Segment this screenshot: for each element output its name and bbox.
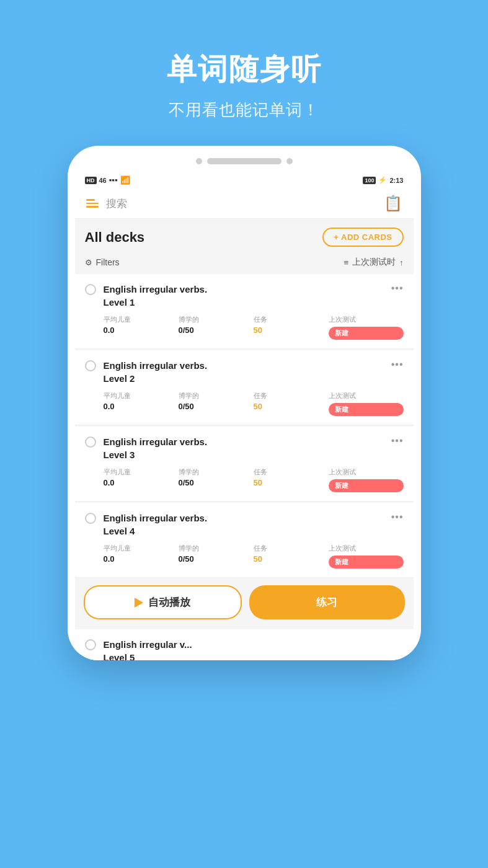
stat-learned-4: 博学的 0/50 <box>179 544 254 564</box>
phone-screen: HD 46 ▪▪▪ 📶 100 ⚡ 2:13 搜索 <box>75 172 414 660</box>
deck-stats-4: 平均儿童 0.0 博学的 0/50 任务 50 上次测试 新建 <box>85 544 404 569</box>
avg-label-4: 平均儿童 <box>104 544 179 553</box>
lasttest-badge-4: 新建 <box>329 556 404 569</box>
deck-card-5-partial: English irregular v...Level 5 <box>75 629 414 660</box>
stat-lasttest-4: 上次测试 新建 <box>329 544 404 569</box>
deck-card-2[interactable]: English irregular verbs.Level 2 ••• 平均儿童… <box>75 350 414 425</box>
avg-label-2: 平均儿童 <box>104 391 179 401</box>
hero-subtitle: 不用看也能记单词！ <box>169 99 319 121</box>
sort-label: 上次测试时 <box>352 257 396 268</box>
deck-stats-3: 平均儿童 0.0 博学的 0/50 任务 50 上次测试 新建 <box>85 467 404 492</box>
task-value-1: 50 <box>254 326 329 335</box>
task-label-2: 任务 <box>254 391 329 401</box>
deck-stats-2: 平均儿童 0.0 博学的 0/50 任务 50 上次测试 新建 <box>85 391 404 416</box>
sort-section[interactable]: ≡ 上次测试时 ↑ <box>344 257 403 268</box>
phone-pill <box>207 158 282 164</box>
search-label: 搜索 <box>106 197 127 211</box>
nav-left: 搜索 <box>86 197 127 211</box>
practice-button[interactable]: 练习 <box>249 585 405 619</box>
task-value-3: 50 <box>254 478 329 487</box>
stat-lasttest-2: 上次测试 新建 <box>329 391 404 416</box>
stat-lasttest-1: 上次测试 新建 <box>329 315 404 340</box>
clipboard-icon[interactable]: 📋 <box>384 195 402 212</box>
deck-more-button-4[interactable]: ••• <box>391 512 404 523</box>
deck-name-4: English irregular verbs.Level 4 <box>104 512 208 538</box>
decks-title: All decks <box>85 229 145 246</box>
hamburger-line-1 <box>86 199 95 201</box>
phone-top-bar <box>75 158 414 172</box>
task-value-2: 50 <box>254 402 329 411</box>
lasttest-badge-2: 新建 <box>329 403 404 416</box>
decks-header: All decks + ADD CARDS <box>75 219 414 253</box>
deck-card-4[interactable]: English irregular verbs.Level 4 ••• 平均儿童… <box>75 503 414 578</box>
stat-task-2: 任务 50 <box>254 391 329 411</box>
stat-lasttest-3: 上次测试 新建 <box>329 467 404 492</box>
status-right: 100 ⚡ 2:13 <box>363 176 403 184</box>
status-bar: HD 46 ▪▪▪ 📶 100 ⚡ 2:13 <box>75 172 414 188</box>
deck-card-3[interactable]: English irregular verbs.Level 3 ••• 平均儿童… <box>75 427 414 502</box>
lasttest-label-1: 上次测试 <box>329 315 404 324</box>
lasttest-label-4: 上次测试 <box>329 544 404 553</box>
deck-checkbox-2[interactable] <box>85 360 96 371</box>
phone-mockup: HD 46 ▪▪▪ 📶 100 ⚡ 2:13 搜索 <box>68 146 421 660</box>
learned-label-4: 博学的 <box>179 544 254 553</box>
learned-label-1: 博学的 <box>179 315 254 324</box>
lasttest-badge-3: 新建 <box>329 479 404 492</box>
nav-bar: 搜索 📋 <box>75 188 414 219</box>
avg-value-3: 0.0 <box>104 478 179 487</box>
deck-more-button-1[interactable]: ••• <box>391 283 404 294</box>
stat-task-3: 任务 50 <box>254 467 329 487</box>
signal-indicator: 46 <box>99 177 107 184</box>
lasttest-label-2: 上次测试 <box>329 391 404 401</box>
avg-label-1: 平均儿童 <box>104 315 179 324</box>
phone-dot-right <box>286 158 293 164</box>
deck-checkbox-5[interactable] <box>85 639 96 650</box>
battery-icon: 100 <box>363 177 376 184</box>
hamburger-icon[interactable] <box>86 199 99 208</box>
learned-value-3: 0/50 <box>179 478 254 487</box>
phone-dot-left <box>196 158 202 164</box>
deck-checkbox-1[interactable] <box>85 284 96 295</box>
deck-name-3: English irregular verbs.Level 3 <box>104 435 208 461</box>
sort-arrow-icon: ↑ <box>399 258 404 267</box>
deck-more-button-2[interactable]: ••• <box>391 359 404 370</box>
stat-task-4: 任务 50 <box>254 544 329 564</box>
deck-more-button-3[interactable]: ••• <box>391 435 404 446</box>
deck-checkbox-3[interactable] <box>85 436 96 448</box>
hero-section: 单词随身听 不用看也能记单词！ <box>167 0 322 146</box>
deck-name-5: English irregular v...Level 5 <box>104 638 192 660</box>
signal-bars-icon: ▪▪▪ <box>109 175 118 185</box>
hamburger-line-3 <box>86 206 99 208</box>
play-icon <box>135 598 143 608</box>
autoplay-button[interactable]: 自动播放 <box>84 585 242 619</box>
learned-value-4: 0/50 <box>179 554 254 564</box>
hd-indicator: HD <box>85 177 97 184</box>
hamburger-line-2 <box>86 203 99 205</box>
filters-section[interactable]: ⚙ Filters <box>85 257 120 267</box>
task-label-3: 任务 <box>254 467 329 477</box>
deck-name-1: English irregular verbs.Level 1 <box>104 283 208 309</box>
filter-icon: ⚙ <box>85 258 92 267</box>
learned-value-1: 0/50 <box>179 326 254 335</box>
stat-avg-2: 平均儿童 0.0 <box>104 391 179 411</box>
deck-stats-1: 平均儿童 0.0 博学的 0/50 任务 50 上次测试 新建 <box>85 315 404 340</box>
deck-card-1[interactable]: English irregular verbs.Level 1 ••• 平均儿童… <box>75 274 414 349</box>
add-cards-button[interactable]: + ADD CARDS <box>322 228 403 247</box>
deck-checkbox-4[interactable] <box>85 513 96 524</box>
wifi-icon: 📶 <box>120 175 130 185</box>
time-display: 2:13 <box>389 177 403 184</box>
lasttest-badge-1: 新建 <box>329 327 404 340</box>
sort-icon: ≡ <box>344 258 348 267</box>
status-left: HD 46 ▪▪▪ 📶 <box>85 175 130 185</box>
learned-label-2: 博学的 <box>179 391 254 401</box>
stat-learned-1: 博学的 0/50 <box>179 315 254 335</box>
learned-value-2: 0/50 <box>179 402 254 411</box>
task-label-1: 任务 <box>254 315 329 324</box>
learned-label-3: 博学的 <box>179 467 254 477</box>
avg-label-3: 平均儿童 <box>104 467 179 477</box>
avg-value-2: 0.0 <box>104 402 179 411</box>
bolt-icon: ⚡ <box>378 176 387 184</box>
filters-label: Filters <box>96 257 120 267</box>
stat-learned-3: 博学的 0/50 <box>179 467 254 487</box>
task-label-4: 任务 <box>254 544 329 553</box>
